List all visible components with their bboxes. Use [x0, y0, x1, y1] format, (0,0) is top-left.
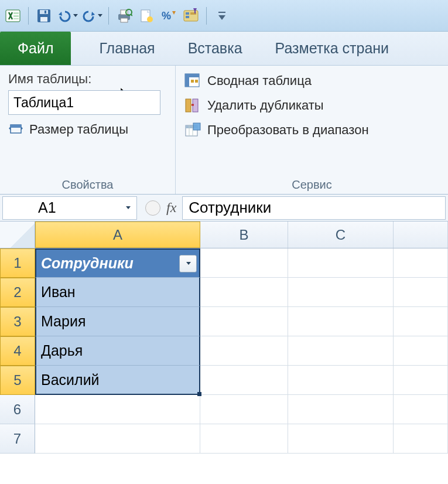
selection-fill-handle[interactable]	[197, 392, 201, 396]
resize-table-button[interactable]: Размер таблицы	[8, 122, 167, 137]
print-preview-icon[interactable]	[115, 6, 134, 25]
cell-B7[interactable]	[200, 424, 288, 454]
svg-rect-1	[13, 12, 19, 14]
svg-rect-16	[186, 12, 189, 15]
row-header-1[interactable]: 1	[0, 248, 35, 278]
formula-input[interactable]	[182, 196, 446, 220]
cell-edge[interactable]	[394, 307, 448, 336]
qat-divider	[108, 7, 109, 25]
svg-rect-7	[45, 11, 46, 13]
cell-edge[interactable]	[394, 278, 448, 307]
row-header-7[interactable]: 7	[0, 424, 35, 454]
cell-B2[interactable]	[200, 278, 288, 307]
svg-rect-21	[11, 125, 21, 128]
select-all-corner[interactable]	[0, 221, 35, 248]
svg-rect-25	[191, 80, 194, 83]
svg-rect-19	[218, 12, 225, 13]
cell-A6[interactable]	[35, 395, 200, 424]
cell-edge[interactable]	[394, 424, 448, 454]
fx-label[interactable]: fx	[166, 200, 176, 216]
name-box[interactable]: A1	[2, 196, 137, 220]
convert-to-range-label: Преобразовать в диапазон	[207, 122, 369, 138]
ribbon-body: Имя таблицы: Размер таблицы Свойства	[0, 66, 448, 195]
excel-app-icon[interactable]	[4, 6, 22, 25]
fx-separator-icon	[145, 200, 160, 216]
svg-point-13	[147, 16, 153, 22]
new-document-icon[interactable]	[137, 6, 156, 25]
name-box-value: A1	[38, 199, 56, 216]
cell-A5[interactable]: Василий	[35, 366, 200, 395]
redo-dropdown-icon[interactable]	[98, 14, 102, 17]
svg-rect-24	[185, 74, 189, 87]
column-header-A[interactable]: A	[35, 221, 200, 248]
cell-A2[interactable]: Иван	[35, 278, 200, 307]
cell-A3[interactable]: Мария	[35, 307, 200, 336]
cell-B1[interactable]	[200, 248, 288, 278]
row-header-6[interactable]: 6	[0, 395, 35, 424]
undo-dropdown-icon[interactable]	[73, 14, 78, 17]
column-header-C[interactable]: C	[288, 221, 394, 248]
cell-B4[interactable]	[200, 336, 288, 366]
svg-rect-33	[193, 123, 200, 130]
cell-A4[interactable]: Дарья	[35, 336, 200, 366]
quick-access-toolbar: %	[0, 0, 448, 32]
cell-C7[interactable]	[288, 424, 394, 454]
cell-C6[interactable]	[288, 395, 394, 424]
tab-insert[interactable]: Вставка	[172, 33, 259, 65]
name-box-dropdown-icon[interactable]	[126, 206, 131, 209]
tab-file[interactable]: Файл	[0, 32, 71, 65]
filter-toggle-icon[interactable]	[182, 6, 200, 25]
cell-A7[interactable]	[35, 424, 200, 454]
pivot-table-icon	[184, 73, 201, 89]
tab-page-layout[interactable]: Разметка страни	[259, 33, 406, 65]
ribbon-group-tools-label: Сервис	[184, 173, 440, 192]
save-icon[interactable]	[35, 6, 53, 25]
tab-home[interactable]: Главная	[83, 33, 171, 65]
percent-style-icon[interactable]: %	[159, 6, 178, 25]
convert-to-range-button[interactable]: Преобразовать в диапазон	[184, 122, 440, 138]
svg-text:%: %	[162, 10, 171, 22]
cell-C3[interactable]	[288, 307, 394, 336]
pivot-table-button[interactable]: Сводная таблица	[184, 73, 440, 89]
cell-C2[interactable]	[288, 278, 394, 307]
cell-edge[interactable]	[394, 336, 448, 366]
svg-rect-18	[186, 16, 189, 18]
row-header-4[interactable]: 4	[0, 336, 35, 366]
ribbon-group-properties-label: Свойства	[8, 173, 167, 192]
worksheet-body: 1 Сотрудники 2 Иван 3 Мария	[0, 248, 448, 454]
cell-C1[interactable]	[288, 248, 394, 278]
svg-rect-2	[13, 15, 19, 17]
cell-B5[interactable]	[200, 366, 288, 395]
cell-edge[interactable]	[394, 366, 448, 395]
cell-C5[interactable]	[288, 366, 394, 395]
cell-edge[interactable]	[394, 395, 448, 424]
cell-B3[interactable]	[200, 307, 288, 336]
svg-rect-3	[13, 18, 19, 19]
column-header-edge[interactable]	[394, 221, 448, 248]
svg-rect-27	[186, 99, 191, 112]
cell-B6[interactable]	[200, 395, 288, 424]
resize-table-label: Размер таблицы	[29, 122, 128, 137]
row-header-2[interactable]: 2	[0, 278, 35, 307]
cell-edge[interactable]	[394, 248, 448, 278]
convert-to-range-icon	[184, 122, 201, 138]
pivot-table-label: Сводная таблица	[207, 73, 312, 88]
customize-qat-icon[interactable]	[213, 6, 231, 25]
column-header-B[interactable]: B	[200, 221, 288, 248]
remove-duplicates-icon	[184, 97, 201, 114]
cell-C4[interactable]	[288, 336, 394, 366]
row-header-3[interactable]: 3	[0, 307, 35, 336]
row-header-5[interactable]: 5	[0, 366, 35, 395]
svg-rect-26	[195, 80, 198, 83]
remove-duplicates-button[interactable]: Удалить дубликаты	[184, 97, 440, 114]
svg-rect-10	[121, 18, 128, 22]
cell-A1[interactable]: Сотрудники	[35, 248, 200, 278]
table-filter-button[interactable]	[179, 255, 197, 272]
undo-icon[interactable]	[57, 6, 78, 25]
redo-icon[interactable]	[81, 6, 102, 25]
svg-rect-5	[40, 10, 48, 14]
table-name-input[interactable]	[8, 90, 160, 115]
table-name-label: Имя таблицы:	[8, 71, 167, 87]
svg-rect-6	[40, 17, 47, 22]
formula-bar: A1 fx	[0, 195, 448, 221]
